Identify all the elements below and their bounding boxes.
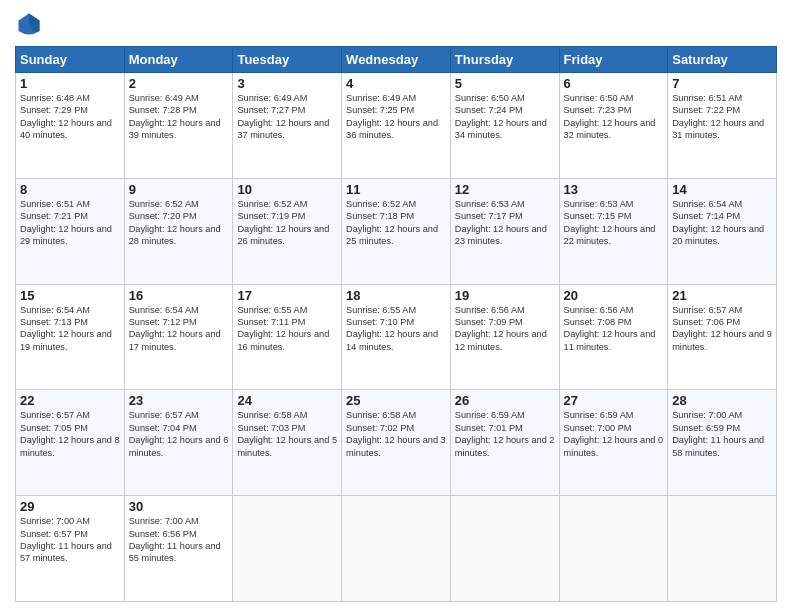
logo [15, 10, 47, 38]
day-header-wednesday: Wednesday [342, 47, 451, 73]
day-number: 6 [564, 76, 664, 91]
cell-info: Sunrise: 6:54 AMSunset: 7:13 PMDaylight:… [20, 304, 120, 354]
cell-info: Sunrise: 6:51 AMSunset: 7:21 PMDaylight:… [20, 198, 120, 248]
cell-info: Sunrise: 6:54 AMSunset: 7:12 PMDaylight:… [129, 304, 229, 354]
day-number: 29 [20, 499, 120, 514]
table-cell: 26Sunrise: 6:59 AMSunset: 7:01 PMDayligh… [450, 390, 559, 496]
table-row: 29Sunrise: 7:00 AMSunset: 6:57 PMDayligh… [16, 496, 777, 602]
cell-info: Sunrise: 6:49 AMSunset: 7:25 PMDaylight:… [346, 92, 446, 142]
table-cell: 8Sunrise: 6:51 AMSunset: 7:21 PMDaylight… [16, 178, 125, 284]
table-cell [450, 496, 559, 602]
table-cell: 6Sunrise: 6:50 AMSunset: 7:23 PMDaylight… [559, 73, 668, 179]
table-cell: 30Sunrise: 7:00 AMSunset: 6:56 PMDayligh… [124, 496, 233, 602]
day-number: 20 [564, 288, 664, 303]
cell-info: Sunrise: 6:55 AMSunset: 7:10 PMDaylight:… [346, 304, 446, 354]
table-cell: 15Sunrise: 6:54 AMSunset: 7:13 PMDayligh… [16, 284, 125, 390]
table-cell: 18Sunrise: 6:55 AMSunset: 7:10 PMDayligh… [342, 284, 451, 390]
cell-info: Sunrise: 6:51 AMSunset: 7:22 PMDaylight:… [672, 92, 772, 142]
table-cell: 23Sunrise: 6:57 AMSunset: 7:04 PMDayligh… [124, 390, 233, 496]
day-number: 12 [455, 182, 555, 197]
cell-info: Sunrise: 6:52 AMSunset: 7:19 PMDaylight:… [237, 198, 337, 248]
day-number: 24 [237, 393, 337, 408]
day-number: 30 [129, 499, 229, 514]
table-row: 22Sunrise: 6:57 AMSunset: 7:05 PMDayligh… [16, 390, 777, 496]
day-number: 17 [237, 288, 337, 303]
cell-info: Sunrise: 6:59 AMSunset: 7:01 PMDaylight:… [455, 409, 555, 459]
day-number: 22 [20, 393, 120, 408]
table-cell: 27Sunrise: 6:59 AMSunset: 7:00 PMDayligh… [559, 390, 668, 496]
day-number: 21 [672, 288, 772, 303]
table-cell: 9Sunrise: 6:52 AMSunset: 7:20 PMDaylight… [124, 178, 233, 284]
table-cell: 14Sunrise: 6:54 AMSunset: 7:14 PMDayligh… [668, 178, 777, 284]
cell-info: Sunrise: 6:55 AMSunset: 7:11 PMDaylight:… [237, 304, 337, 354]
day-number: 11 [346, 182, 446, 197]
table-cell: 28Sunrise: 7:00 AMSunset: 6:59 PMDayligh… [668, 390, 777, 496]
calendar-table: SundayMondayTuesdayWednesdayThursdayFrid… [15, 46, 777, 602]
table-cell [233, 496, 342, 602]
table-cell: 5Sunrise: 6:50 AMSunset: 7:24 PMDaylight… [450, 73, 559, 179]
cell-info: Sunrise: 6:58 AMSunset: 7:03 PMDaylight:… [237, 409, 337, 459]
cell-info: Sunrise: 6:56 AMSunset: 7:09 PMDaylight:… [455, 304, 555, 354]
day-number: 4 [346, 76, 446, 91]
cell-info: Sunrise: 6:57 AMSunset: 7:06 PMDaylight:… [672, 304, 772, 354]
table-cell: 17Sunrise: 6:55 AMSunset: 7:11 PMDayligh… [233, 284, 342, 390]
cell-info: Sunrise: 7:00 AMSunset: 6:59 PMDaylight:… [672, 409, 772, 459]
cell-info: Sunrise: 6:59 AMSunset: 7:00 PMDaylight:… [564, 409, 664, 459]
table-cell: 10Sunrise: 6:52 AMSunset: 7:19 PMDayligh… [233, 178, 342, 284]
table-cell [668, 496, 777, 602]
cell-info: Sunrise: 7:00 AMSunset: 6:56 PMDaylight:… [129, 515, 229, 565]
table-cell: 19Sunrise: 6:56 AMSunset: 7:09 PMDayligh… [450, 284, 559, 390]
table-cell: 3Sunrise: 6:49 AMSunset: 7:27 PMDaylight… [233, 73, 342, 179]
cell-info: Sunrise: 6:53 AMSunset: 7:17 PMDaylight:… [455, 198, 555, 248]
day-number: 23 [129, 393, 229, 408]
day-number: 2 [129, 76, 229, 91]
table-cell: 2Sunrise: 6:49 AMSunset: 7:28 PMDaylight… [124, 73, 233, 179]
day-number: 14 [672, 182, 772, 197]
cell-info: Sunrise: 6:58 AMSunset: 7:02 PMDaylight:… [346, 409, 446, 459]
day-number: 26 [455, 393, 555, 408]
table-cell [559, 496, 668, 602]
table-row: 8Sunrise: 6:51 AMSunset: 7:21 PMDaylight… [16, 178, 777, 284]
table-cell: 4Sunrise: 6:49 AMSunset: 7:25 PMDaylight… [342, 73, 451, 179]
calendar-header-row: SundayMondayTuesdayWednesdayThursdayFrid… [16, 47, 777, 73]
cell-info: Sunrise: 6:52 AMSunset: 7:20 PMDaylight:… [129, 198, 229, 248]
table-cell: 22Sunrise: 6:57 AMSunset: 7:05 PMDayligh… [16, 390, 125, 496]
day-number: 27 [564, 393, 664, 408]
table-cell [342, 496, 451, 602]
logo-icon [15, 10, 43, 38]
cell-info: Sunrise: 6:48 AMSunset: 7:29 PMDaylight:… [20, 92, 120, 142]
cell-info: Sunrise: 6:49 AMSunset: 7:27 PMDaylight:… [237, 92, 337, 142]
cell-info: Sunrise: 6:54 AMSunset: 7:14 PMDaylight:… [672, 198, 772, 248]
day-header-friday: Friday [559, 47, 668, 73]
day-number: 25 [346, 393, 446, 408]
header [15, 10, 777, 38]
cell-info: Sunrise: 6:50 AMSunset: 7:24 PMDaylight:… [455, 92, 555, 142]
day-number: 13 [564, 182, 664, 197]
day-number: 18 [346, 288, 446, 303]
table-cell: 13Sunrise: 6:53 AMSunset: 7:15 PMDayligh… [559, 178, 668, 284]
table-cell: 20Sunrise: 6:56 AMSunset: 7:08 PMDayligh… [559, 284, 668, 390]
table-row: 1Sunrise: 6:48 AMSunset: 7:29 PMDaylight… [16, 73, 777, 179]
day-header-tuesday: Tuesday [233, 47, 342, 73]
day-number: 7 [672, 76, 772, 91]
day-header-monday: Monday [124, 47, 233, 73]
table-cell: 11Sunrise: 6:52 AMSunset: 7:18 PMDayligh… [342, 178, 451, 284]
day-number: 10 [237, 182, 337, 197]
table-cell: 7Sunrise: 6:51 AMSunset: 7:22 PMDaylight… [668, 73, 777, 179]
table-cell: 25Sunrise: 6:58 AMSunset: 7:02 PMDayligh… [342, 390, 451, 496]
day-header-thursday: Thursday [450, 47, 559, 73]
day-number: 3 [237, 76, 337, 91]
table-cell: 16Sunrise: 6:54 AMSunset: 7:12 PMDayligh… [124, 284, 233, 390]
cell-info: Sunrise: 6:52 AMSunset: 7:18 PMDaylight:… [346, 198, 446, 248]
day-header-sunday: Sunday [16, 47, 125, 73]
cell-info: Sunrise: 7:00 AMSunset: 6:57 PMDaylight:… [20, 515, 120, 565]
cell-info: Sunrise: 6:57 AMSunset: 7:05 PMDaylight:… [20, 409, 120, 459]
table-cell: 24Sunrise: 6:58 AMSunset: 7:03 PMDayligh… [233, 390, 342, 496]
day-number: 9 [129, 182, 229, 197]
table-cell: 21Sunrise: 6:57 AMSunset: 7:06 PMDayligh… [668, 284, 777, 390]
cell-info: Sunrise: 6:49 AMSunset: 7:28 PMDaylight:… [129, 92, 229, 142]
day-number: 19 [455, 288, 555, 303]
table-cell: 29Sunrise: 7:00 AMSunset: 6:57 PMDayligh… [16, 496, 125, 602]
cell-info: Sunrise: 6:53 AMSunset: 7:15 PMDaylight:… [564, 198, 664, 248]
cell-info: Sunrise: 6:57 AMSunset: 7:04 PMDaylight:… [129, 409, 229, 459]
